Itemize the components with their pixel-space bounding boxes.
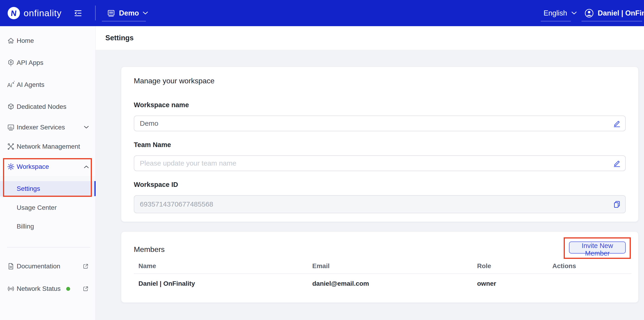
user-name: Daniel | OnFinality	[598, 9, 644, 17]
chevron-down-icon	[571, 11, 577, 15]
sidebar: Home API Apps Ai AI Agents Ded	[0, 26, 96, 320]
sidebar-item-label: AI Agents	[17, 81, 44, 88]
broadcast-icon	[7, 285, 15, 293]
svg-text:Ai: Ai	[7, 82, 12, 88]
team-name-field	[134, 155, 626, 171]
workspace-switcher-label: Demo	[119, 9, 139, 17]
user-avatar-icon	[584, 8, 594, 18]
chevron-up-icon	[84, 165, 89, 168]
sidebar-item-label: Home	[17, 37, 34, 44]
workspace-switcher[interactable]: Demo	[107, 0, 148, 26]
sidebar-item-label: Settings	[17, 185, 40, 192]
sidebar-item-workspace[interactable]: Workspace	[0, 158, 95, 175]
language-label: English	[544, 9, 567, 17]
table-header-role: Role	[477, 262, 491, 270]
chart-box-icon	[7, 124, 15, 131]
status-dot-green	[66, 287, 70, 291]
workspace-name-label: Workspace name	[134, 101, 189, 109]
page-header: Settings	[96, 26, 644, 50]
sidebar-item-network-management[interactable]: Network Management	[0, 138, 95, 155]
sidebar-item-label: Network Management	[17, 143, 80, 150]
team-name-input[interactable]	[134, 155, 626, 171]
edit-pencil-icon	[613, 159, 621, 167]
table-header-email: Email	[312, 262, 330, 270]
topbar: N onfinality Demo	[0, 0, 644, 26]
member-row-role: owner	[477, 280, 496, 287]
app: N onfinality Demo	[0, 0, 644, 320]
language-selector[interactable]: English	[544, 0, 577, 26]
workspace-id-input	[134, 195, 626, 213]
sidebar-divider	[7, 247, 90, 248]
onfinality-logo[interactable]: N onfinality	[8, 0, 62, 26]
workspace-switcher-underline	[102, 21, 146, 22]
member-row-name: Daniel | OnFinality	[138, 280, 195, 287]
logo-circle: N	[8, 7, 20, 19]
workspace-settings-card: Manage your workspace Workspace name Tea…	[121, 67, 638, 222]
sidebar-item-billing[interactable]: Billing	[0, 219, 95, 234]
brand-wordmark: onfinality	[24, 8, 62, 18]
external-link-icon	[82, 263, 89, 270]
edit-pencil-icon	[613, 120, 621, 127]
ai-sparkle-icon: Ai	[7, 81, 15, 89]
sidebar-item-home[interactable]: Home	[0, 32, 95, 49]
sidebar-item-label: Documentation	[17, 262, 60, 270]
sidebar-item-indexer-services[interactable]: Indexer Services	[0, 119, 95, 136]
sidebar-item-documentation[interactable]: Documentation	[0, 258, 95, 274]
edit-workspace-name-button[interactable]	[612, 118, 622, 128]
card-title: Manage your workspace	[134, 77, 214, 85]
logo-n-glyph: N	[10, 9, 17, 17]
sidebar-item-label: Network Status	[17, 285, 61, 292]
external-link-icon	[82, 286, 89, 292]
member-row-email: daniel@email.com	[312, 280, 369, 287]
home-icon	[7, 37, 15, 45]
hexagon-upload-icon	[7, 59, 15, 67]
gear-icon	[7, 163, 15, 171]
table-header-name: Name	[138, 262, 156, 270]
workspace-id-field	[134, 195, 626, 213]
menu-fold-icon	[74, 9, 82, 18]
card-title: Members	[134, 245, 164, 254]
workspace-name-field	[134, 116, 626, 131]
language-underline	[541, 21, 571, 22]
workspace-name-input[interactable]	[134, 116, 626, 131]
team-name-label: Team Name	[134, 141, 171, 149]
sidebar-collapse-button[interactable]	[74, 8, 83, 18]
document-icon	[7, 262, 15, 270]
sidebar-item-label: Workspace	[17, 163, 49, 170]
table-header-actions: Actions	[552, 262, 576, 270]
members-card: Members Invite New Member Name Email Rol…	[121, 232, 638, 303]
page-title: Settings	[105, 34, 134, 42]
user-underline	[582, 21, 642, 22]
sidebar-item-label: Billing	[17, 223, 34, 230]
sidebar-item-label: Indexer Services	[17, 124, 65, 131]
sidebar-item-label: Dedicated Nodes	[17, 103, 66, 110]
sidebar-item-ai-agents[interactable]: Ai AI Agents	[0, 76, 95, 93]
topbar-divider	[95, 6, 96, 20]
sidebar-item-usage-center[interactable]: Usage Center	[0, 200, 95, 215]
sidebar-item-label: Usage Center	[17, 204, 57, 212]
copy-workspace-id-button[interactable]	[612, 199, 622, 209]
sidebar-item-settings[interactable]: Settings	[0, 181, 95, 196]
window-icon	[107, 9, 115, 17]
chevron-down-icon	[84, 126, 89, 129]
edit-team-name-button[interactable]	[612, 158, 622, 168]
sidebar-item-dedicated-nodes[interactable]: Dedicated Nodes	[0, 98, 95, 115]
network-nodes-icon	[7, 143, 15, 150]
sidebar-item-api-apps[interactable]: API Apps	[0, 54, 95, 71]
workspace-id-label: Workspace ID	[134, 181, 178, 188]
table-header-divider	[134, 274, 632, 274]
sidebar-item-network-status[interactable]: Network Status	[0, 280, 95, 297]
invite-new-member-button[interactable]: Invite New Member	[569, 242, 626, 254]
user-menu[interactable]: Daniel | OnFinality	[584, 0, 644, 26]
sidebar-item-label: API Apps	[17, 59, 43, 66]
active-item-indicator	[94, 181, 96, 196]
chevron-down-icon	[142, 11, 148, 15]
cube-icon	[7, 103, 15, 111]
copy-icon	[613, 200, 621, 208]
